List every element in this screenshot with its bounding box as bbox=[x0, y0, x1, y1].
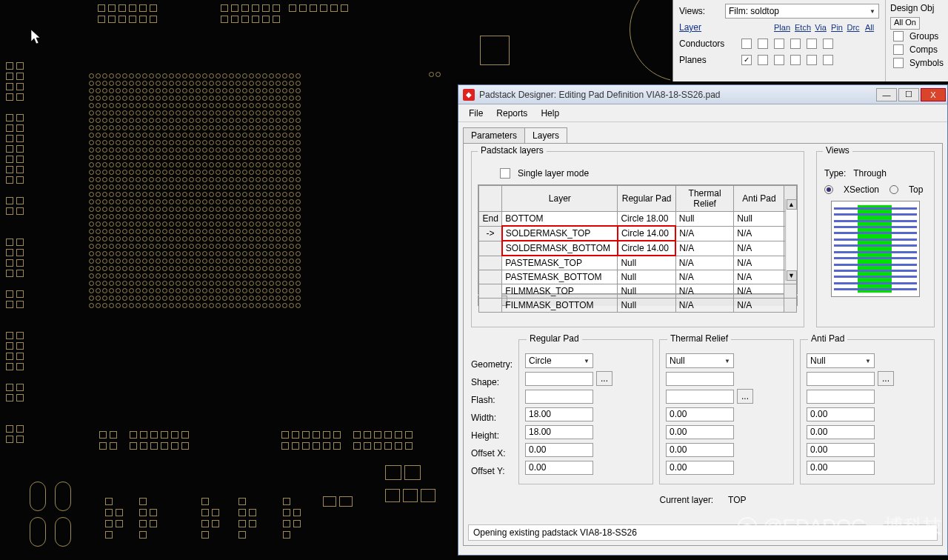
views-select[interactable]: Film: soldtop▼ bbox=[725, 4, 879, 19]
checkbox[interactable] bbox=[741, 39, 752, 49]
lbl-shape: Shape: bbox=[471, 373, 518, 391]
regular-geom-combo[interactable]: Circle▼ bbox=[525, 353, 593, 368]
lbl-geometry: Geometry: bbox=[471, 356, 518, 373]
browse-button[interactable]: ... bbox=[596, 371, 612, 386]
tab-layers[interactable]: Layers bbox=[524, 127, 567, 143]
table-row[interactable]: SOLDERMASK_BOTTOMCircle 14.00N/AN/A bbox=[479, 241, 797, 256]
thermal-oy[interactable] bbox=[666, 461, 734, 475]
menu-help[interactable]: Help bbox=[535, 107, 565, 120]
col-plan[interactable]: Plan bbox=[771, 23, 793, 32]
radio-top[interactable] bbox=[889, 185, 898, 194]
checkbox[interactable] bbox=[893, 58, 904, 68]
col-etch[interactable]: Etch bbox=[793, 23, 812, 32]
anti-shape[interactable] bbox=[807, 372, 875, 386]
lbl-width: Width: bbox=[471, 409, 518, 427]
layers-table[interactable]: Layer Regular Pad Thermal Relief Anti Pa… bbox=[478, 185, 797, 313]
checkbox[interactable] bbox=[893, 31, 904, 41]
table-row[interactable]: PASTEMASK_BOTTOMNullN/AN/A bbox=[479, 270, 797, 284]
col-anti-title: Anti Pad bbox=[808, 333, 847, 344]
app-icon: ◆ bbox=[463, 89, 475, 101]
table-row[interactable]: ->SOLDERMASK_TOPCircle 14.00N/AN/A bbox=[479, 226, 797, 241]
col-drc[interactable]: Drc bbox=[845, 23, 861, 32]
checkbox[interactable] bbox=[774, 55, 784, 65]
thermal-flash[interactable] bbox=[666, 390, 734, 404]
regular-shape[interactable] bbox=[525, 372, 593, 386]
table-row[interactable]: FILMMASK_TOPNullN/AN/A bbox=[479, 284, 797, 299]
single-layer-label: Single layer mode bbox=[518, 168, 589, 179]
chevron-down-icon: ▼ bbox=[869, 8, 875, 15]
table-vscroll[interactable]: ▲ ▼ bbox=[785, 199, 797, 281]
checkbox[interactable] bbox=[807, 39, 817, 49]
group-padstack-layers: Padstack layers bbox=[478, 145, 547, 156]
watermark: ✿ @EDADOC一博科技 bbox=[738, 513, 942, 539]
lbl-flash: Flash: bbox=[471, 391, 518, 409]
xsection-preview bbox=[831, 201, 920, 297]
anti-height[interactable] bbox=[807, 425, 875, 439]
thermal-shape[interactable] bbox=[666, 372, 734, 386]
checkbox[interactable] bbox=[823, 55, 833, 65]
planes-label: Planes bbox=[679, 55, 725, 65]
cursor-icon bbox=[31, 30, 41, 44]
checkbox[interactable] bbox=[758, 39, 768, 49]
maximize-button[interactable]: ☐ bbox=[898, 88, 919, 101]
menu-reports[interactable]: Reports bbox=[490, 107, 533, 120]
col-regular-title: Regular Pad bbox=[527, 333, 582, 344]
titlebar[interactable]: ◆ Padstack Designer: Editing Pad Definit… bbox=[458, 85, 947, 104]
views-label: Views: bbox=[679, 6, 725, 16]
anti-flash[interactable] bbox=[807, 390, 875, 404]
anti-width[interactable] bbox=[807, 407, 875, 421]
scroll-down-icon[interactable]: ▼ bbox=[787, 270, 797, 281]
lbl-height: Height: bbox=[471, 427, 518, 444]
all-on-button[interactable]: All On bbox=[890, 17, 920, 30]
anti-oy[interactable] bbox=[807, 461, 875, 475]
col-pin[interactable]: Pin bbox=[829, 23, 845, 32]
close-button[interactable]: X bbox=[921, 88, 946, 101]
checkbox[interactable] bbox=[790, 39, 801, 49]
type-label: Type: bbox=[824, 168, 846, 179]
regular-height[interactable] bbox=[525, 425, 593, 439]
thermal-width[interactable] bbox=[666, 407, 734, 421]
type-value: Through bbox=[853, 168, 887, 179]
window-title: Padstack Designer: Editing Pad Definitio… bbox=[479, 90, 876, 100]
padstack-designer-window: ◆ Padstack Designer: Editing Pad Definit… bbox=[458, 84, 948, 556]
table-row[interactable]: FILMMASK_BOTTOMNullN/AN/A bbox=[479, 299, 797, 313]
lbl-offsety: Offset Y: bbox=[471, 462, 518, 480]
checkbox[interactable] bbox=[758, 55, 768, 65]
visibility-panel: Views: Film: soldtop▼ Layer Plan Etch Vi… bbox=[672, 0, 948, 81]
regular-flash[interactable] bbox=[525, 390, 593, 404]
lbl-offsetx: Offset X: bbox=[471, 444, 518, 462]
regular-oy[interactable] bbox=[525, 461, 593, 475]
radio-xsection[interactable] bbox=[824, 185, 833, 194]
paw-icon: ✿ bbox=[738, 517, 757, 536]
thermal-height[interactable] bbox=[666, 425, 734, 439]
regular-ox[interactable] bbox=[525, 443, 593, 457]
regular-width[interactable] bbox=[525, 407, 593, 421]
menubar: File Reports Help bbox=[458, 104, 947, 122]
checkbox[interactable] bbox=[893, 44, 904, 55]
scroll-up-icon[interactable]: ▲ bbox=[787, 199, 797, 210]
single-layer-checkbox[interactable] bbox=[500, 168, 510, 179]
col-thermal-title: Thermal Relief bbox=[667, 333, 731, 344]
anti-ox[interactable] bbox=[807, 443, 875, 457]
thermal-ox[interactable] bbox=[666, 443, 734, 457]
table-row[interactable]: PASTEMASK_TOPNullN/AN/A bbox=[479, 256, 797, 270]
current-layer-label: Current layer: bbox=[660, 495, 714, 505]
tab-parameters[interactable]: Parameters bbox=[463, 127, 525, 143]
menu-file[interactable]: File bbox=[463, 107, 489, 120]
design-obj-title: Design Obj bbox=[890, 3, 944, 13]
thermal-geom-combo[interactable]: Null▼ bbox=[666, 353, 734, 368]
col-via[interactable]: Via bbox=[812, 23, 829, 32]
layer-link[interactable]: Layer bbox=[679, 22, 725, 33]
checkbox[interactable] bbox=[774, 39, 784, 49]
checkbox-checked[interactable]: ✓ bbox=[741, 55, 752, 65]
table-row[interactable]: EndBOTTOMCircle 18.00NullNull bbox=[479, 212, 797, 227]
col-all[interactable]: All bbox=[861, 23, 878, 32]
checkbox[interactable] bbox=[823, 39, 833, 49]
browse-button[interactable]: ... bbox=[737, 389, 753, 404]
browse-button[interactable]: ... bbox=[878, 371, 894, 386]
minimize-button[interactable]: — bbox=[876, 88, 897, 101]
checkbox[interactable] bbox=[807, 55, 817, 65]
anti-geom-combo[interactable]: Null▼ bbox=[807, 353, 875, 368]
views-group-title: Views bbox=[823, 145, 852, 156]
checkbox[interactable] bbox=[790, 55, 801, 65]
